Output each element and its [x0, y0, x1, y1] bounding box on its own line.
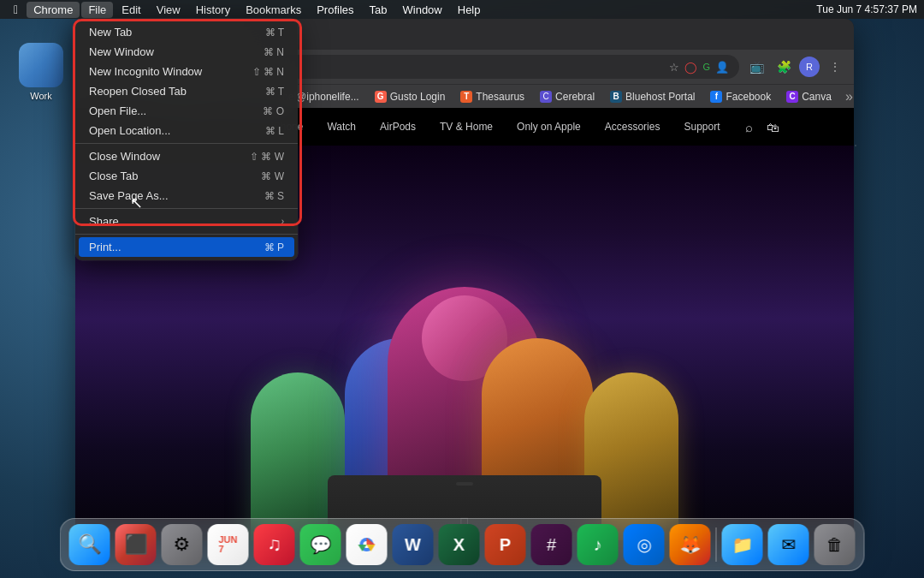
- menu-new-tab[interactable]: New Tab ⌘ T: [75, 22, 298, 42]
- menu-share-arrow: ›: [281, 217, 284, 226]
- excel-icon: X: [453, 535, 465, 555]
- apple-nav-tv-home[interactable]: TV & Home: [428, 121, 505, 133]
- bookmark-star-icon[interactable]: ☆: [669, 61, 679, 74]
- music-icon: ♫: [267, 533, 281, 556]
- thesaurus-icon: T: [460, 91, 472, 103]
- menu-print-shortcut: ⌘ P: [264, 241, 284, 253]
- apple-nav-only-on-apple[interactable]: Only on Apple: [505, 121, 593, 133]
- bookmark-bluehost[interactable]: B Bluehost Portal: [603, 89, 702, 104]
- menu-print-label: Print...: [89, 241, 258, 253]
- menubar-datetime: Tue Jun 7 4:57:37 PM: [816, 3, 917, 15]
- bookmark-facebook[interactable]: f Facebook: [703, 89, 778, 104]
- menu-close-window-shortcut: ⇧ ⌘ W: [250, 151, 284, 163]
- menu-new-window-label: New Window: [89, 45, 257, 58]
- messages-icon: 💬: [310, 534, 331, 555]
- menu-close-tab[interactable]: Close Tab ⌘ W: [75, 166, 298, 186]
- word-icon: W: [405, 535, 421, 555]
- dock: 🔍 ⬛ ⚙ JUN7 ♫ 💬 W: [60, 518, 865, 571]
- bookmark-cerebral[interactable]: C Cerebral: [533, 89, 601, 104]
- menu-close-tab-label: Close Tab: [89, 170, 254, 182]
- menubar-history[interactable]: History: [189, 2, 237, 18]
- bookmark-canva[interactable]: C Canva: [779, 89, 838, 104]
- menu-new-tab-shortcut: ⌘ T: [265, 27, 284, 39]
- menu-separator-1: [75, 143, 298, 144]
- mail-icon: ✉: [781, 534, 796, 555]
- menubar-edit[interactable]: Edit: [115, 2, 147, 18]
- menu-open-file-label: Open File...: [89, 104, 256, 117]
- dock-launchpad[interactable]: ⬛: [116, 524, 157, 565]
- menu-new-window-shortcut: ⌘ N: [264, 46, 284, 58]
- menu-new-window[interactable]: New Window ⌘ N: [75, 42, 298, 62]
- firefox-icon: 🦊: [679, 534, 701, 555]
- cerebral-icon: C: [540, 91, 552, 103]
- desktop:  Chrome File Edit View History Bookmark…: [0, 0, 924, 578]
- menubar-view[interactable]: View: [150, 2, 187, 18]
- bag-nav-icon[interactable]: 🛍: [760, 120, 786, 134]
- user-profile-button[interactable]: R: [799, 57, 820, 77]
- menu-close-window[interactable]: Close Window ⇧ ⌘ W: [75, 146, 298, 166]
- dock-mail[interactable]: ✉: [768, 524, 809, 565]
- dock-spotify[interactable]: ♪: [578, 524, 619, 565]
- extension-puzzle-icon[interactable]: 🧩: [772, 55, 796, 79]
- dock-files[interactable]: 📁: [722, 524, 763, 565]
- dock-calendar[interactable]: JUN7: [208, 524, 249, 565]
- menubar-tab[interactable]: Tab: [363, 2, 394, 18]
- dock-word[interactable]: W: [393, 524, 434, 565]
- bookmark-thesaurus[interactable]: T Thesaurus: [453, 89, 531, 104]
- dock-excel[interactable]: X: [439, 524, 480, 565]
- spotify-icon: ♪: [594, 535, 602, 555]
- menu-share[interactable]: Share ›: [75, 212, 298, 231]
- bookmark-gusto[interactable]: G Gusto Login: [368, 89, 453, 104]
- menubar-file[interactable]: File: [81, 2, 113, 18]
- bookmark-facebook-label: Facebook: [726, 91, 771, 103]
- dock-slack[interactable]: #: [531, 524, 572, 565]
- dock-messages[interactable]: 💬: [300, 524, 341, 565]
- menu-new-incognito-label: New Incognito Window: [89, 65, 246, 78]
- address-bar-icons: ☆ ◯ G 👤: [669, 61, 729, 74]
- apple-menu[interactable]: : [7, 1, 25, 18]
- menu-new-incognito[interactable]: New Incognito Window ⇧ ⌘ N: [75, 62, 298, 81]
- cast-button[interactable]: 📺: [744, 55, 768, 79]
- profile-icon[interactable]: 👤: [715, 61, 729, 74]
- menu-reopen-tab-label: Reopen Closed Tab: [89, 85, 258, 98]
- menubar-help[interactable]: Help: [451, 2, 488, 18]
- menu-save-page-label: Save Page As...: [89, 189, 258, 202]
- dock-finder[interactable]: 🔍: [69, 524, 110, 565]
- apple-nav-accessories[interactable]: Accessories: [593, 121, 672, 133]
- powerpoint-icon: P: [500, 535, 511, 555]
- desktop-icon-work[interactable]: Work: [19, 43, 63, 101]
- bookmark-cerebral-label: Cerebral: [555, 91, 595, 103]
- menu-close-tab-shortcut: ⌘ W: [261, 170, 284, 182]
- menu-reopen-tab[interactable]: Reopen Closed Tab ⌘ T: [75, 81, 298, 101]
- menu-separator-2: [75, 208, 298, 209]
- apple-nav-airpods[interactable]: AirPods: [368, 121, 428, 133]
- menubar-window[interactable]: Window: [396, 2, 449, 18]
- dock-chrome[interactable]: [346, 524, 388, 565]
- dock-firefox[interactable]: 🦊: [670, 524, 711, 565]
- trash-icon: 🗑: [826, 535, 844, 555]
- dock-safari[interactable]: ◎: [624, 524, 665, 565]
- dock-divider: [716, 527, 717, 562]
- file-menu: New Tab ⌘ T New Window ⌘ N New Incognito…: [75, 19, 298, 260]
- menu-open-location[interactable]: Open Location... ⌘ L: [75, 121, 298, 140]
- bluehost-icon: B: [610, 91, 622, 103]
- safari-icon: ◎: [637, 534, 651, 555]
- menu-print[interactable]: Print... ⌘ P: [79, 237, 294, 257]
- gusto-icon: G: [375, 91, 387, 103]
- menubar-chrome[interactable]: Chrome: [27, 2, 80, 18]
- search-nav-icon[interactable]: ⌕: [738, 120, 760, 134]
- apple-nav-watch[interactable]: Watch: [315, 121, 368, 133]
- launchpad-icon: ⬛: [124, 533, 147, 556]
- bookmarks-overflow[interactable]: »: [840, 87, 854, 106]
- dock-trash[interactable]: 🗑: [814, 524, 856, 565]
- dock-music[interactable]: ♫: [254, 524, 295, 565]
- menubar-profiles[interactable]: Profiles: [310, 2, 360, 18]
- apple-nav-support[interactable]: Support: [672, 121, 732, 133]
- menubar-bookmarks[interactable]: Bookmarks: [239, 2, 308, 18]
- bookmark-bluehost-label: Bluehost Portal: [625, 91, 695, 103]
- menu-save-page[interactable]: Save Page As... ⌘ S: [75, 186, 298, 206]
- dock-powerpoint[interactable]: P: [485, 524, 526, 565]
- menu-open-file[interactable]: Open File... ⌘ O: [75, 101, 298, 121]
- dock-system-settings[interactable]: ⚙: [162, 524, 203, 565]
- menu-dots-button[interactable]: ⋮: [823, 55, 847, 79]
